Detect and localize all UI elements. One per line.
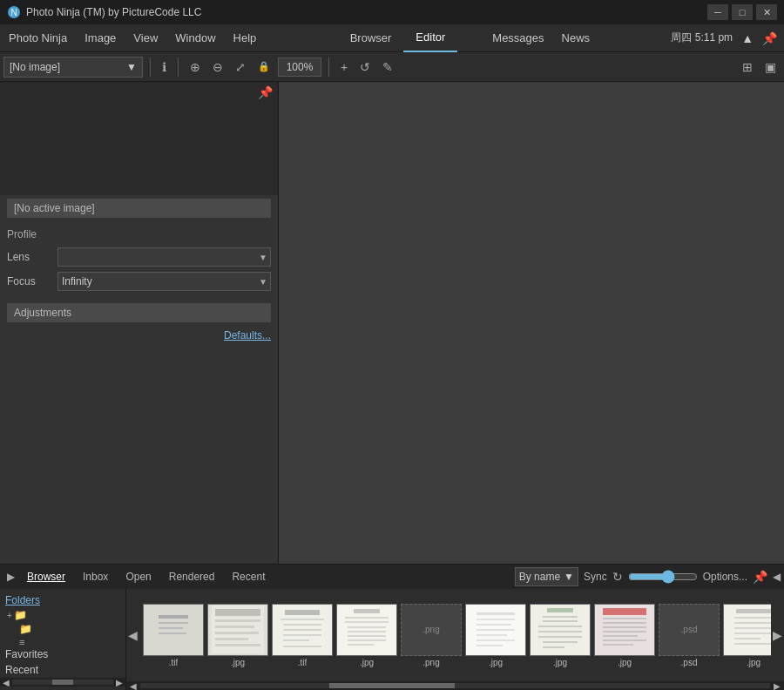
options-label[interactable]: Options... — [703, 571, 747, 583]
lens-row: Lens ▼ — [7, 247, 271, 267]
menu-pin-button[interactable]: ▲ — [741, 31, 754, 45]
thumb-item-9[interactable]: .psd .psd — [659, 604, 720, 667]
refresh-button[interactable]: ↻ — [612, 570, 623, 584]
tree-item-1[interactable]: + 📁 — [7, 608, 118, 622]
zoom-lock-button[interactable]: 🔒 — [253, 58, 274, 75]
sidebar-item-recent-bottom[interactable]: Recent — [0, 662, 125, 678]
menu-help[interactable]: Help — [225, 24, 266, 52]
svg-rect-59 — [734, 617, 771, 619]
filmstrip-tab-rendered[interactable]: Rendered — [160, 565, 224, 589]
menu-messages[interactable]: Messages — [483, 24, 552, 52]
thumb-item-5[interactable]: .png .png — [401, 604, 462, 667]
sidebar-scroll-left[interactable]: ◀ — [0, 678, 12, 687]
filmstrip-tab-inbox[interactable]: Inbox — [74, 565, 117, 589]
filmstrip-scroll-left[interactable]: ◀ — [126, 681, 140, 691]
filmstrip-images: .tif .jpg .tif — [139, 599, 771, 673]
menu-image[interactable]: Image — [76, 24, 125, 52]
image-selector[interactable]: [No image] ▼ — [3, 57, 143, 78]
folder-icon-2: 📁 — [19, 623, 32, 635]
close-button[interactable]: ✕ — [756, 4, 777, 20]
zoom-input[interactable] — [278, 58, 321, 77]
panel-pin-icon[interactable]: 📌 — [258, 85, 273, 99]
focus-row: Focus Infinity Close Mid ▼ — [7, 272, 271, 291]
svg-rect-36 — [476, 634, 507, 636]
focus-select[interactable]: Infinity Close Mid — [57, 272, 271, 291]
svg-rect-50 — [603, 618, 646, 619]
scroll-right-button[interactable]: ▶ — [771, 589, 784, 681]
thumb-img-7 — [530, 604, 591, 656]
menu-window[interactable]: Window — [166, 24, 224, 52]
filmstrip-pin-icon[interactable]: 📌 — [753, 570, 767, 584]
canvas-area[interactable] — [279, 82, 784, 564]
zoom-out-button[interactable]: ⊖ — [208, 58, 227, 77]
tab-editor[interactable]: Editor — [403, 24, 457, 52]
app-title: Photo Ninja (TM) by PictureCode LLC — [26, 6, 201, 18]
scroll-left-button[interactable]: ◀ — [126, 589, 139, 681]
thumb-item-2[interactable]: .jpg — [207, 604, 268, 667]
svg-rect-12 — [215, 638, 248, 640]
sidebar-scroll-right[interactable]: ▶ — [113, 678, 125, 687]
thumb-img-8 — [594, 604, 655, 656]
add-button[interactable]: + — [336, 58, 352, 77]
filmstrip-sidebar: Folders + 📁 📁 ≡ 📁 📁 — [0, 589, 126, 690]
svg-rect-54 — [603, 635, 638, 637]
toolbar-sep-3 — [328, 58, 329, 77]
sort-dropdown[interactable]: By name ▼ — [515, 567, 578, 586]
filmstrip-scroll-right[interactable]: ▶ — [770, 681, 784, 691]
tree-item-3[interactable]: ≡ — [7, 636, 118, 646]
thumb-item-7[interactable]: .jpg — [530, 604, 591, 667]
maximize-button[interactable]: □ — [732, 4, 753, 20]
sidebar-item-folders[interactable]: Folders — [0, 592, 125, 608]
lens-select[interactable] — [57, 247, 271, 267]
rotate-button[interactable]: ↺ — [355, 58, 375, 77]
thumb-item-3[interactable]: .tif — [272, 604, 333, 667]
minimize-button[interactable]: ─ — [707, 4, 728, 20]
sidebar-scrollbar-h: ◀ ▶ — [0, 678, 125, 687]
expand-icon: + — [7, 611, 12, 620]
defaults-button[interactable]: Defaults... — [224, 329, 271, 342]
menu-news[interactable]: News — [553, 24, 599, 52]
sidebar-item-favorites[interactable]: Favorites — [0, 646, 125, 662]
thumb-item-10[interactable]: .jpg — [723, 604, 771, 667]
menu-photo-ninja[interactable]: Photo Ninja — [0, 24, 76, 52]
grid-view-button[interactable]: ⊞ — [738, 58, 757, 77]
filmstrip-tab-open[interactable]: Open — [117, 565, 159, 589]
menu-view[interactable]: View — [125, 24, 166, 52]
split-view-button[interactable]: ▣ — [760, 58, 781, 77]
svg-rect-4 — [159, 622, 188, 624]
no-active-image-label: [No active image] — [14, 202, 95, 214]
sort-label: By name — [519, 571, 560, 583]
tree-item-2[interactable]: 📁 — [7, 622, 118, 636]
filmstrip-prev-button[interactable]: ▶ — [3, 569, 18, 585]
svg-rect-33 — [476, 619, 515, 620]
svg-rect-24 — [345, 617, 389, 619]
menu-left: Photo Ninja Image View Window Help — [0, 24, 265, 52]
toolbar: [No image] ▼ ℹ ⊕ ⊖ ⤢ 🔒 + ↺ ✎ ⊞ ▣ — [0, 52, 784, 82]
sort-arrow-icon: ▼ — [564, 571, 574, 583]
thumb-item-6[interactable]: .jpg — [465, 604, 526, 667]
thumb-item-1[interactable]: .tif — [143, 604, 204, 667]
svg-rect-34 — [476, 624, 511, 626]
thumb-placeholder-5: .png — [422, 625, 439, 634]
edit-button[interactable]: ✎ — [378, 58, 397, 77]
sidebar-scroll-track — [12, 680, 113, 685]
menu-pin2-button[interactable]: 📌 — [762, 31, 777, 45]
toolbar-right: ⊞ ▣ — [738, 58, 781, 77]
filmstrip-tab-recent[interactable]: Recent — [223, 565, 274, 589]
tab-browser[interactable]: Browser — [338, 24, 404, 52]
thumb-item-8[interactable]: .jpg — [594, 604, 655, 667]
filmstrip-body: Folders + 📁 📁 ≡ 📁 📁 — [0, 589, 784, 690]
filmstrip-tab-browser[interactable]: Browser — [18, 565, 74, 589]
svg-rect-41 — [543, 616, 578, 618]
info-button[interactable]: ℹ — [158, 58, 171, 77]
sync-label: Sync — [584, 571, 607, 583]
filmstrip-collapse-button[interactable]: ◀ — [773, 571, 781, 583]
no-active-image-bar: [No active image] — [7, 199, 271, 218]
svg-rect-20 — [283, 639, 309, 641]
zoom-display — [278, 58, 321, 77]
thumb-img-6 — [465, 604, 526, 656]
thumb-item-4[interactable]: .jpg — [336, 604, 397, 667]
size-slider[interactable] — [628, 570, 698, 584]
zoom-fit-button[interactable]: ⤢ — [231, 58, 250, 77]
zoom-in-button[interactable]: ⊕ — [186, 58, 205, 77]
